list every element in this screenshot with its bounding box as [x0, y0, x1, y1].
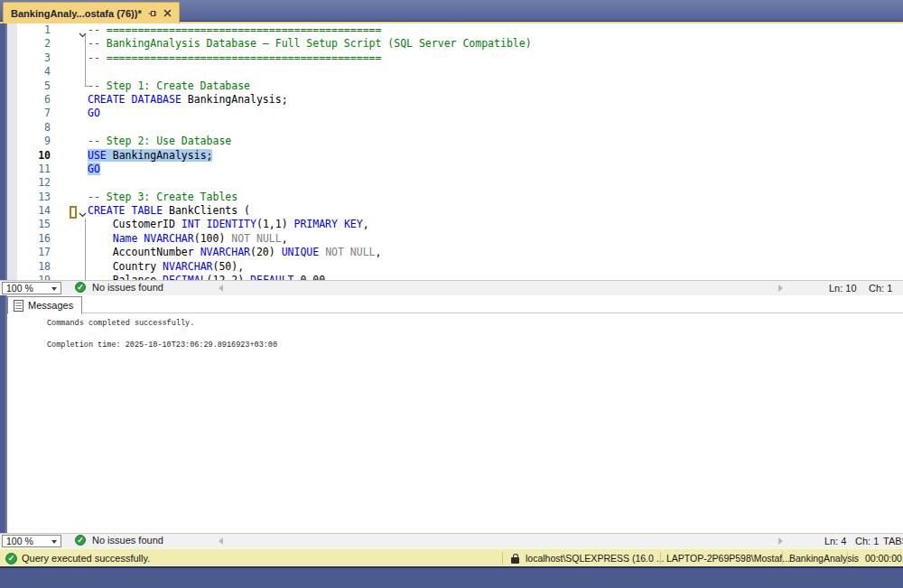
line-number: 8	[17, 121, 51, 135]
code-line: 17 AccountNumber NVARCHAR(20) UNIQUE NOT…	[17, 246, 532, 259]
outline-region-line	[85, 35, 90, 87]
line-number: 18	[17, 260, 51, 274]
line-number: 15	[17, 218, 51, 231]
message-line	[47, 329, 277, 340]
code-line-text: -- Step 1: Create Database	[88, 79, 250, 93]
code-editor[interactable]: 1-- ====================================…	[7, 23, 903, 280]
tab-messages[interactable]: Messages	[7, 296, 82, 314]
chevron-down-icon	[51, 287, 57, 291]
line-number: 9	[17, 135, 51, 148]
code-line-text: CREATE TABLE BankClients (	[88, 204, 250, 218]
line-number: 3	[17, 51, 51, 65]
line-number: 17	[17, 246, 51, 259]
editor-column-indicator: Ch: 1	[869, 283, 892, 294]
query-status-text: Query executed successfully.	[22, 553, 150, 564]
line-number: 6	[17, 93, 51, 107]
results-tabs-indicator: TABS	[883, 536, 903, 546]
statusbar-separator	[660, 552, 661, 565]
statusbar-separator	[847, 552, 848, 565]
message-line: Commands completed successfully.	[47, 318, 277, 329]
editor-health-indicator: ✓ No issues found	[75, 282, 163, 293]
code-line: 11GO	[17, 163, 532, 176]
statusbar-separator	[502, 552, 503, 565]
code-line-text: -- =====================================…	[88, 23, 381, 37]
change-tracking-marker	[70, 206, 77, 219]
code-line-text: GO	[88, 107, 100, 120]
results-line-indicator: Ln: 4	[824, 536, 846, 546]
line-number: 4	[17, 65, 51, 79]
pin-icon[interactable]	[148, 9, 157, 18]
code-line: 18 Country NVARCHAR(50),	[17, 260, 532, 274]
hscroll-left-arrow-icon[interactable]	[215, 285, 223, 292]
line-number: 1	[17, 23, 51, 37]
document-tab-title: BankingAnaly...ostafa (76))*	[11, 8, 142, 19]
code-line: 14CREATE TABLE BankClients (	[17, 204, 532, 218]
editor-zoom-select[interactable]: 100 %	[2, 282, 61, 294]
check-circle-icon: ✓	[75, 535, 86, 546]
results-statusbar: 100 % ✓ No issues found Ln: 4 Ch: 1 TABS	[0, 533, 903, 548]
messages-icon	[14, 300, 23, 312]
code-line: 6CREATE DATABASE BankingAnalysis;	[17, 93, 532, 107]
outline-region-line	[85, 219, 86, 280]
code-line: 1-- ====================================…	[17, 23, 532, 37]
document-tabbar: BankingAnaly...ostafa (76))*	[0, 0, 903, 23]
code-line-text: CREATE DATABASE BankingAnalysis;	[88, 93, 288, 107]
code-line: 8	[17, 121, 532, 135]
chevron-down-icon	[51, 540, 57, 544]
results-pane: Messages Commands completed successfully…	[7, 295, 903, 533]
code-line: 16 Name NVARCHAR(100) NOT NULL,	[17, 232, 532, 246]
code-line: 19 Balance DECIMAL(12,2) DEFAULT 0.00	[17, 274, 532, 280]
code-line: 2-- BankingAnalysis Database – Full Setu…	[17, 37, 532, 51]
lock-icon	[511, 554, 519, 564]
code-line-text: -- Step 3: Create Tables	[88, 191, 237, 204]
server-name: localhost\SQLEXPRESS (16.0 ...	[526, 553, 665, 564]
database-name: BankingAnalysis	[789, 553, 859, 564]
results-column-indicator: Ch: 1	[855, 536, 879, 546]
code-line-text: AccountNumber NVARCHAR(20) UNIQUE NOT NU…	[88, 246, 381, 259]
code-line: 4	[17, 65, 532, 79]
line-number: 12	[17, 176, 51, 190]
window-frame-bottom	[0, 567, 903, 588]
editor-statusbar: 100 % ✓ No issues found Ln: 10 Ch: 1	[0, 280, 903, 295]
line-number: 5	[17, 79, 51, 93]
line-number: 10	[17, 149, 51, 163]
ssms-window: BankingAnaly...ostafa (76))* 1-- =======…	[0, 0, 903, 588]
results-health-indicator: ✓ No issues found	[75, 535, 163, 546]
messages-output[interactable]: Commands completed successfully. Complet…	[47, 318, 277, 350]
editor-line-indicator: Ln: 10	[829, 283, 857, 294]
code-line: 10USE BankingAnalysis;	[17, 149, 532, 163]
line-number: 7	[17, 107, 51, 120]
results-zoom-select[interactable]: 100 %	[2, 535, 61, 547]
code-line-text: -- =====================================…	[88, 51, 381, 65]
hscroll-right-arrow-icon[interactable]	[778, 285, 787, 292]
code-line: 15 CustomerID INT IDENTITY(1,1) PRIMARY …	[17, 218, 532, 231]
line-number: 19	[17, 274, 51, 280]
results-tabrow: Messages	[7, 295, 903, 313]
code-line: 9-- Step 2: Use Database	[17, 135, 532, 148]
message-line: Completion time: 2025-10-10T23:06:29.891…	[47, 340, 277, 350]
editor-health-label: No issues found	[92, 282, 163, 293]
code-line: 13-- Step 3: Create Tables	[17, 191, 532, 204]
document-tab[interactable]: BankingAnaly...ostafa (76))*	[3, 2, 180, 23]
check-circle-icon: ✓	[75, 282, 86, 293]
code-line-text: GO	[88, 163, 100, 176]
line-number: 2	[17, 37, 51, 51]
user-name: LAPTOP-2P69P598\Mostaf...	[666, 553, 790, 564]
code-line: 7GO	[17, 107, 532, 120]
code-line: 12	[17, 176, 532, 190]
editor-zoom-value: 100 %	[6, 283, 33, 294]
code-line-text: Country NVARCHAR(50),	[88, 260, 244, 274]
results-zoom-value: 100 %	[6, 536, 33, 546]
code-line-text: USE BankingAnalysis;	[88, 149, 212, 163]
code-line-text: Balance DECIMAL(12,2) DEFAULT 0.00	[88, 274, 325, 280]
code-line: 3-- ====================================…	[17, 51, 532, 65]
line-number: 16	[17, 232, 51, 246]
hscroll-right-arrow-icon[interactable]	[778, 537, 787, 545]
code-line-text: Name NVARCHAR(100) NOT NULL,	[88, 232, 288, 246]
close-icon[interactable]	[163, 9, 172, 17]
code-line-text: -- BankingAnalysis Database – Full Setup…	[88, 37, 532, 51]
results-health-label: No issues found	[92, 535, 163, 546]
hscroll-left-arrow-icon[interactable]	[215, 537, 223, 545]
statusbar-separator	[782, 552, 783, 565]
line-number: 13	[17, 191, 51, 204]
